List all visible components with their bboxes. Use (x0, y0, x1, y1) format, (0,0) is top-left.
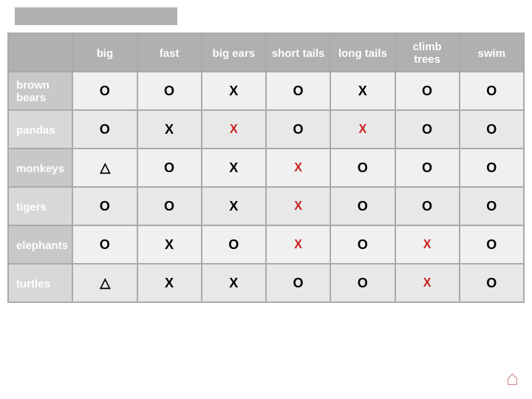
cell-value: O (395, 187, 460, 225)
cell-value: X (395, 225, 460, 264)
table-row: pandasOXXOXOO (8, 110, 524, 149)
cell-value: X (266, 225, 330, 264)
cell-value: △ (72, 149, 137, 187)
cell-value: O (137, 187, 202, 225)
cell-value: O (137, 149, 202, 187)
col-header-animal (8, 33, 72, 72)
cell-value: X (202, 187, 266, 225)
animal-name: elephants (8, 225, 72, 264)
col-header-climb-trees: climb trees (395, 33, 460, 72)
cell-value: △ (72, 264, 137, 302)
cell-value: X (202, 72, 266, 110)
animal-name: pandas (8, 110, 72, 149)
cell-value: O (460, 187, 524, 225)
col-header-big: big (72, 33, 137, 72)
cell-value: X (266, 187, 330, 225)
cell-value: O (202, 225, 266, 264)
cell-value: O (266, 264, 330, 302)
page-header (0, 0, 532, 33)
worksheet-table: big fast big ears short tails long tails… (7, 33, 525, 303)
cell-value: O (395, 72, 460, 110)
cell-value: X (202, 110, 266, 149)
cell-value: O (460, 110, 524, 149)
home-icon[interactable]: ⌂ (506, 366, 519, 390)
table-row: brown bearsOOXOXOO (8, 72, 524, 110)
col-header-swim: swim (460, 33, 524, 72)
table-row: turtles△XXOOXO (8, 264, 524, 302)
cell-value: O (72, 72, 137, 110)
cell-value: X (330, 72, 395, 110)
cell-value: O (72, 225, 137, 264)
animal-name: tigers (8, 187, 72, 225)
cell-value: O (266, 110, 330, 149)
cell-value: X (137, 110, 202, 149)
cell-value: X (395, 264, 460, 302)
cell-value: O (72, 187, 137, 225)
cell-value: O (460, 264, 524, 302)
cell-value: X (266, 149, 330, 187)
cell-value: O (330, 264, 395, 302)
cell-value: X (137, 225, 202, 264)
cell-value: O (330, 149, 395, 187)
cell-value: O (460, 225, 524, 264)
cell-value: O (330, 187, 395, 225)
cell-value: X (137, 264, 202, 302)
cell-value: O (460, 72, 524, 110)
cell-value: X (202, 149, 266, 187)
animal-name: monkeys (8, 149, 72, 187)
table-header-row: big fast big ears short tails long tails… (8, 33, 524, 72)
cell-value: X (202, 264, 266, 302)
table-wrapper: big fast big ears short tails long tails… (0, 33, 532, 310)
col-header-short-tails: short tails (266, 33, 330, 72)
cell-value: O (395, 110, 460, 149)
cell-value: O (266, 72, 330, 110)
animal-name: brown bears (8, 72, 72, 110)
animal-name: turtles (8, 264, 72, 302)
cell-value: O (460, 149, 524, 187)
table-row: elephantsOXOXOXO (8, 225, 524, 264)
table-row: tigersOOXXOOO (8, 187, 524, 225)
col-header-long-tails: long tails (330, 33, 395, 72)
cell-value: O (395, 149, 460, 187)
cell-value: X (330, 110, 395, 149)
col-header-fast: fast (137, 33, 202, 72)
page-title (15, 7, 177, 25)
cell-value: O (137, 72, 202, 110)
col-header-big-ears: big ears (202, 33, 266, 72)
cell-value: O (72, 110, 137, 149)
cell-value: O (330, 225, 395, 264)
table-row: monkeys△OXXOOO (8, 149, 524, 187)
